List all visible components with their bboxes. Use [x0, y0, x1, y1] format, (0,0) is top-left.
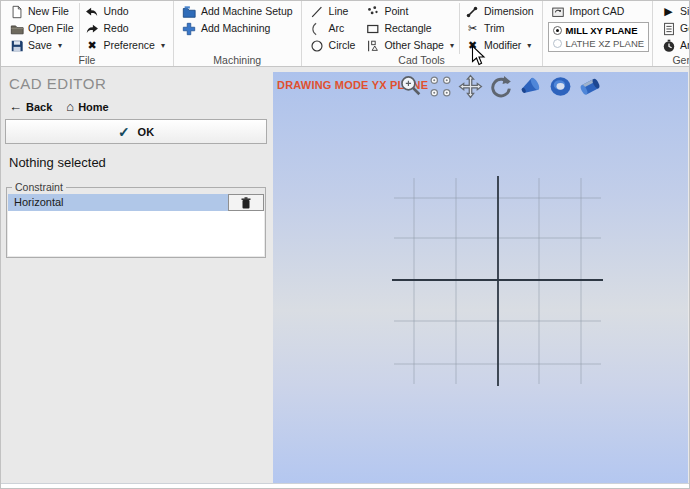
trim-label: Trim [484, 23, 505, 34]
new-file-icon [9, 4, 24, 19]
generate-code-label: Generate Code [680, 23, 690, 34]
ribbon-group-machining: Add Machine Setup Add Machining Machinin… [174, 1, 302, 66]
home-label: Home [78, 101, 109, 113]
ribbon-toolbar: New File Open File Save ▾ Undo [1, 1, 689, 67]
circle-label: Circle [329, 40, 356, 51]
dropdown-caret-icon: ▾ [58, 41, 62, 50]
delete-constraint-button[interactable] [228, 194, 264, 211]
ribbon-group-generation: ▶ Simulation Generate Code Analyze Time … [653, 1, 690, 66]
redo-button[interactable]: Redo [80, 20, 170, 37]
analyze-time-clock-icon [661, 38, 676, 53]
rectangle-label: Rectangle [384, 23, 431, 34]
selection-status: Nothing selected [9, 155, 106, 170]
redo-icon [85, 21, 100, 36]
arc-icon [310, 21, 325, 36]
list-item[interactable]: Horizontal [8, 194, 264, 211]
other-shape-icon [365, 38, 380, 53]
line-button[interactable]: Line [305, 3, 361, 20]
other-shape-button[interactable]: Other Shape ▾ [360, 37, 459, 54]
trim-button[interactable]: ✂ Trim [460, 20, 539, 37]
trash-icon [241, 197, 251, 209]
cad-tools-group-label: Cad Tools [302, 54, 542, 66]
rectangle-icon [365, 21, 380, 36]
analyze-time-button[interactable]: Analyze Time [656, 37, 690, 54]
radio-mill-xy-plane[interactable]: MILL XY PLANE [553, 25, 645, 36]
constraint-group-label: Constraint [12, 181, 66, 193]
analyze-time-label: Analyze Time [680, 40, 690, 51]
home-icon: ⌂ [66, 100, 74, 113]
trim-scissors-icon: ✂ [465, 21, 480, 36]
dimension-icon [465, 4, 480, 19]
import-cad-label: Import CAD [570, 6, 625, 17]
other-shape-label: Other Shape [384, 40, 444, 51]
arc-button[interactable]: Arc [305, 20, 361, 37]
add-machining-button[interactable]: Add Machining [177, 20, 298, 37]
home-button[interactable]: ⌂ Home [66, 100, 108, 113]
drawing-grid [273, 72, 688, 483]
add-machining-icon [182, 21, 197, 36]
undo-button[interactable]: Undo [80, 3, 170, 20]
rectangle-button[interactable]: Rectangle [360, 20, 459, 37]
open-file-icon [9, 21, 24, 36]
dimension-button[interactable]: Dimension [460, 3, 539, 20]
ok-button[interactable]: ✓ OK [5, 119, 267, 144]
dropdown-caret-icon: ▾ [450, 41, 454, 50]
dropdown-caret-icon: ▾ [527, 41, 531, 50]
save-button[interactable]: Save ▾ [4, 37, 79, 54]
content-area: CAD EDITOR ← Back ⌂ Home ✓ OK Nothing se… [1, 67, 689, 483]
preference-label: Preference [104, 40, 155, 51]
constraint-list[interactable]: Horizontal [8, 194, 264, 256]
generate-code-button[interactable]: Generate Code [656, 20, 690, 37]
import-cad-icon [551, 4, 566, 19]
machining-group-label: Machining [174, 54, 301, 66]
file-column: New File Open File Save ▾ [4, 3, 80, 54]
point-label: Point [384, 6, 408, 17]
dropdown-caret-icon: ▾ [161, 41, 165, 50]
preference-button[interactable]: ✖ Preference ▾ [80, 37, 170, 54]
ribbon-group-import: Import CAD MILL XY PLANE LATHE XZ PLANE [543, 1, 654, 66]
axes [392, 176, 603, 386]
modifier-label: Modifier [484, 40, 521, 51]
radio-selected-icon [553, 26, 562, 35]
point-icon [365, 4, 380, 19]
panel-nav: ← Back ⌂ Home [1, 92, 273, 113]
cad-editor-panel: CAD EDITOR ← Back ⌂ Home ✓ OK Nothing se… [1, 67, 273, 483]
lathe-xz-plane-label: LATHE XZ PLANE [566, 38, 645, 49]
point-button[interactable]: Point [360, 3, 459, 20]
canvas-wrap: DRAWING MODE YX PLANE [273, 67, 689, 483]
save-label: Save [28, 40, 52, 51]
preference-icon: ✖ [85, 38, 100, 53]
bottom-strip [1, 483, 689, 489]
simulation-button[interactable]: ▶ Simulation [656, 3, 690, 20]
generation-column: ▶ Simulation Generate Code Analyze Time [656, 3, 690, 54]
app-window: New File Open File Save ▾ Undo [0, 0, 690, 489]
new-file-label: New File [28, 6, 69, 17]
radio-unselected-icon [553, 39, 562, 48]
back-arrow-icon: ← [9, 100, 22, 113]
simulation-play-icon: ▶ [661, 4, 676, 19]
open-file-button[interactable]: Open File [4, 20, 79, 37]
file-group-label: File [1, 54, 173, 66]
add-machine-setup-icon [182, 4, 197, 19]
generate-code-icon [661, 21, 676, 36]
constraint-group: Constraint Horizontal [6, 181, 266, 258]
drawing-canvas[interactable]: DRAWING MODE YX PLANE [273, 72, 688, 483]
arc-label: Arc [329, 23, 345, 34]
back-label: Back [26, 101, 52, 113]
line-label: Line [329, 6, 349, 17]
line-icon [310, 4, 325, 19]
circle-button[interactable]: Circle [305, 37, 361, 54]
back-button[interactable]: ← Back [9, 100, 52, 113]
simulation-label: Simulation [680, 6, 690, 17]
undo-label: Undo [104, 6, 129, 17]
add-machining-label: Add Machining [201, 23, 270, 34]
add-machine-setup-button[interactable]: Add Machine Setup [177, 3, 298, 20]
new-file-button[interactable]: New File [4, 3, 79, 20]
ribbon-group-file: New File Open File Save ▾ Undo [1, 1, 174, 66]
constraint-item-label[interactable]: Horizontal [8, 194, 228, 211]
cad-shapes-column-1: Line Arc Circle [305, 3, 361, 54]
import-cad-button[interactable]: Import CAD [546, 3, 650, 20]
page-title: CAD EDITOR [1, 67, 273, 92]
circle-icon [310, 38, 325, 53]
radio-lathe-xz-plane[interactable]: LATHE XZ PLANE [553, 38, 645, 49]
